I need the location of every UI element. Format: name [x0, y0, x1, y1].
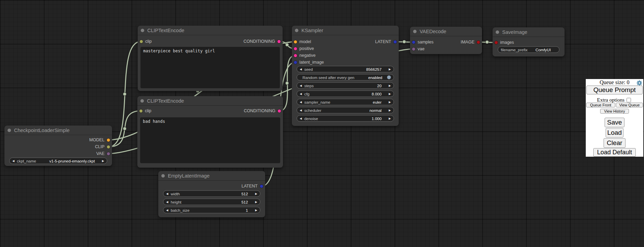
- widget-denoise[interactable]: ◀ denoise 1.000 ▶: [297, 115, 394, 122]
- node-clip-text-encode-negative[interactable]: CLIPTextEncode clip CONDITIONING bad han…: [137, 96, 283, 168]
- left-arrow-icon[interactable]: ◀: [300, 68, 302, 70]
- latent-port-icon[interactable]: [394, 40, 397, 43]
- input-port-clip[interactable]: clip: [139, 108, 151, 114]
- toggle-enabled-icon[interactable]: [387, 76, 391, 79]
- widget-random-seed-toggle[interactable]: Random seed after every gen enabled: [297, 74, 394, 81]
- output-port-latent[interactable]: LATENT: [375, 39, 397, 45]
- conditioning-port-icon[interactable]: [294, 47, 297, 50]
- clear-button[interactable]: Clear: [604, 138, 626, 148]
- widget-cfg[interactable]: ◀ cfg 8.000 ▶: [297, 91, 394, 97]
- node-title-bar[interactable]: VAEDecode: [410, 27, 482, 36]
- input-port-positive[interactable]: positive: [294, 46, 314, 52]
- prompt-textarea[interactable]: masterpiece best quality girl: [140, 47, 280, 88]
- right-arrow-icon[interactable]: ▶: [255, 200, 257, 203]
- left-arrow-icon[interactable]: ◀: [12, 159, 14, 162]
- extra-options-checkbox[interactable]: [627, 98, 631, 102]
- output-port-conditioning[interactable]: CONDITIONING: [244, 38, 281, 44]
- view-history-button[interactable]: View History: [600, 109, 629, 114]
- collapse-dot-icon[interactable]: [8, 129, 11, 132]
- node-title-bar[interactable]: KSampler: [292, 26, 399, 35]
- node-ksampler[interactable]: KSampler model positive negative latent_…: [292, 26, 399, 126]
- left-arrow-icon[interactable]: ◀: [300, 109, 302, 112]
- input-port-model[interactable]: model: [294, 39, 311, 45]
- right-arrow-icon[interactable]: ▶: [255, 209, 257, 211]
- latent-port-icon[interactable]: [412, 41, 415, 44]
- collapse-dot-icon[interactable]: [496, 30, 499, 34]
- output-port-clip[interactable]: CLIP: [95, 144, 110, 150]
- node-vae-decode[interactable]: VAEDecode samples vae IMAGE: [410, 27, 482, 54]
- load-default-button[interactable]: Load Default: [593, 148, 636, 157]
- left-arrow-icon[interactable]: ◀: [166, 192, 168, 195]
- widget-scheduler[interactable]: ◀ scheduler normal ▶: [297, 107, 394, 114]
- collapse-dot-icon[interactable]: [413, 30, 417, 33]
- output-port-conditioning[interactable]: CONDITIONING: [244, 108, 281, 114]
- conditioning-port-icon[interactable]: [277, 40, 281, 43]
- widget-height[interactable]: ◀ height 512 ▶: [163, 199, 260, 205]
- widget-sampler-name[interactable]: ◀ sampler_name euler ▶: [297, 99, 394, 105]
- collapse-dot-icon[interactable]: [295, 29, 298, 32]
- output-port-image[interactable]: IMAGE: [461, 39, 480, 45]
- left-arrow-icon[interactable]: ◀: [300, 92, 302, 95]
- output-port-latent[interactable]: LATENT: [242, 183, 263, 189]
- collapse-dot-icon[interactable]: [141, 29, 144, 32]
- prompt-textarea[interactable]: bad hands: [140, 117, 280, 163]
- widget-ckpt-name[interactable]: ◀ ckpt_name v1-5-pruned-emaonly.ckpt ▶: [9, 158, 107, 164]
- input-port-vae[interactable]: vae: [412, 46, 424, 52]
- right-arrow-icon[interactable]: ▶: [389, 101, 391, 103]
- latent-port-icon[interactable]: [260, 185, 263, 188]
- conditioning-port-icon[interactable]: [278, 109, 281, 113]
- node-checkpoint-loader-simple[interactable]: CheckpointLoaderSimple MODEL CLIP VAE ◀ …: [4, 126, 112, 166]
- input-port-samples[interactable]: samples: [412, 39, 434, 45]
- widget-filename-prefix[interactable]: filename_prefix ComfyUI: [498, 47, 559, 53]
- load-button[interactable]: Load: [606, 128, 623, 138]
- right-arrow-icon[interactable]: ▶: [389, 109, 391, 112]
- image-port-icon[interactable]: [495, 41, 498, 44]
- output-port-vae[interactable]: VAE: [96, 151, 110, 157]
- right-arrow-icon[interactable]: ▶: [255, 192, 257, 195]
- collapse-dot-icon[interactable]: [140, 99, 144, 103]
- image-port-icon[interactable]: [477, 41, 480, 44]
- queue-prompt-button[interactable]: Queue Prompt: [586, 86, 643, 94]
- node-title-bar[interactable]: EmptyLatentImage: [158, 171, 265, 181]
- input-port-images[interactable]: images: [495, 39, 514, 46]
- model-port-icon[interactable]: [107, 139, 110, 142]
- right-arrow-icon[interactable]: ▶: [389, 117, 391, 120]
- queue-front-button[interactable]: Queue Front: [586, 103, 615, 107]
- input-port-latent-image[interactable]: latent_image: [294, 59, 324, 65]
- node-save-image[interactable]: SaveImage images filename_prefix ComfyUI: [493, 27, 565, 56]
- left-arrow-icon[interactable]: ◀: [300, 101, 302, 103]
- node-title-bar[interactable]: SaveImage: [493, 27, 565, 37]
- conditioning-port-icon[interactable]: [294, 54, 297, 57]
- right-arrow-icon[interactable]: ▶: [389, 84, 391, 87]
- widget-seed[interactable]: ◀ seed 8566257 ▶: [297, 66, 394, 73]
- vae-port-icon[interactable]: [107, 152, 110, 155]
- widget-batch-size[interactable]: ◀ batch_size 1 ▶: [163, 207, 260, 213]
- clip-port-icon[interactable]: [139, 109, 143, 113]
- left-arrow-icon[interactable]: ◀: [166, 209, 168, 211]
- comfyui-canvas[interactable]: { "colors": { "wire": "#b5c5aa", "model_…: [0, 0, 644, 247]
- left-arrow-icon[interactable]: ◀: [300, 84, 302, 87]
- view-queue-button[interactable]: View Queue: [616, 103, 643, 107]
- widget-steps[interactable]: ◀ steps 20 ▶: [297, 82, 394, 89]
- vae-port-icon[interactable]: [412, 48, 415, 51]
- left-arrow-icon[interactable]: ◀: [166, 200, 168, 203]
- clip-port-icon[interactable]: [107, 145, 110, 148]
- model-port-icon[interactable]: [294, 40, 297, 43]
- collapse-dot-icon[interactable]: [161, 174, 165, 178]
- clip-port-icon[interactable]: [140, 40, 143, 43]
- node-title-bar[interactable]: CLIPTextEncode: [137, 96, 283, 106]
- output-port-model[interactable]: MODEL: [89, 137, 110, 143]
- right-arrow-icon[interactable]: ▶: [102, 159, 104, 162]
- widget-width[interactable]: ◀ width 512 ▶: [163, 191, 260, 197]
- input-port-clip[interactable]: clip: [140, 38, 152, 44]
- input-port-negative[interactable]: negative: [294, 52, 315, 58]
- right-arrow-icon[interactable]: ▶: [389, 68, 391, 70]
- node-clip-text-encode-positive[interactable]: CLIPTextEncode clip CONDITIONING masterp…: [138, 26, 283, 91]
- latent-port-icon[interactable]: [294, 61, 297, 64]
- node-empty-latent-image[interactable]: EmptyLatentImage LATENT ◀ width 512 ▶ ◀ …: [158, 171, 265, 217]
- node-title-bar[interactable]: CLIPTextEncode: [138, 26, 283, 35]
- save-button[interactable]: Save: [605, 118, 624, 127]
- right-arrow-icon[interactable]: ▶: [389, 92, 391, 95]
- left-arrow-icon[interactable]: ◀: [300, 117, 302, 120]
- node-title-bar[interactable]: CheckpointLoaderSimple: [4, 126, 112, 135]
